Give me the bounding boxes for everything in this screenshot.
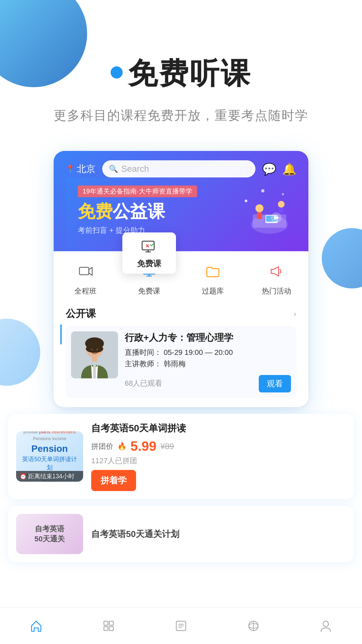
location-icon: 📍: [66, 165, 75, 173]
svg-point-44: [323, 621, 328, 627]
search-icon: 🔍: [109, 165, 118, 173]
search-placeholder: Search: [121, 164, 149, 174]
free-course-popup-label: 免费课: [132, 258, 167, 269]
nav-label-question-bank: 过题库: [202, 286, 224, 296]
course-info: 行政+人力专：管理心理学 直播时间： 05-29 19:00 — 20:00 主…: [125, 331, 291, 392]
nav-label-hot-activity: 热门活动: [262, 286, 291, 296]
svg-rect-35: [104, 627, 108, 631]
nav-icons: 全程班 免费课: [54, 251, 308, 299]
price-label: 拼团价: [91, 441, 113, 451]
nav-label-full-course: 全程班: [74, 286, 97, 296]
banner-tag: 19年通关必备指南·大牛师资直播带学: [78, 185, 197, 197]
svg-point-28: [86, 345, 103, 353]
grid-icon: [102, 619, 115, 633]
nav-item-hot-activity[interactable]: 热门活动: [245, 259, 308, 296]
svg-rect-13: [79, 267, 89, 275]
teacher-photo: [71, 331, 118, 378]
message-icon[interactable]: 💬: [262, 162, 276, 176]
price-icon: 🔥: [117, 442, 126, 451]
svg-marker-14: [89, 267, 92, 275]
hero-section: 免费听课 更多科目的课程免费开放，重要考点随时学: [0, 0, 362, 138]
svg-rect-36: [109, 627, 113, 631]
header-icons: 💬 🔔: [262, 162, 296, 176]
svg-point-6: [278, 201, 285, 208]
svg-rect-29: [92, 357, 97, 362]
price-original: ¥89: [161, 442, 174, 451]
svg-point-31: [91, 348, 93, 351]
product-preview-thumb-text: 自考英语50天通关: [32, 521, 67, 547]
bottom-spacer: [0, 562, 362, 606]
product-preview-info: 自考英语50天通关计划: [91, 528, 346, 540]
product-preview-thumb: 自考英语50天通关: [16, 514, 83, 554]
banner-highlight: 免费: [78, 202, 113, 221]
svg-point-2: [255, 204, 263, 212]
discover-icon: [247, 619, 260, 633]
svg-rect-30: [93, 365, 96, 378]
group-count: 1127人已拼团: [91, 456, 346, 466]
svg-point-32: [96, 348, 98, 351]
indicator-bar: [60, 324, 62, 344]
course-teacher: 主讲教师： 韩雨梅: [125, 359, 291, 369]
hero-subtitle: 更多科目的课程免费开放，重要考点随时学: [0, 107, 362, 124]
join-group-button[interactable]: 拼着学: [91, 470, 136, 491]
product-timer: ⏰ 距离结束134小时: [16, 471, 83, 482]
list-icon: [174, 619, 188, 633]
bottom-nav-bank[interactable]: [145, 619, 217, 633]
phone-mockup: 📍 北京 🔍 Search 💬 🔔 19年通关必备指南·大牛师资直播带学 免费公…: [54, 151, 308, 407]
course-views: 68人已观看: [125, 378, 162, 388]
product-card-2: 自考英语50天通关 自考英语50天通关计划: [8, 506, 354, 562]
svg-rect-7: [279, 208, 283, 213]
nav-item-full-course[interactable]: 全程班: [54, 259, 117, 296]
section-header: 公开课 ›: [66, 307, 296, 321]
teacher-silhouette: [71, 331, 118, 378]
svg-rect-33: [104, 621, 108, 625]
bottom-nav-discover[interactable]: [217, 619, 290, 633]
product-thumb-1: provide plans retirement Pensions income…: [16, 431, 83, 482]
video-icon: [77, 263, 94, 279]
svg-rect-34: [109, 621, 113, 625]
search-bar[interactable]: 🔍 Search: [102, 160, 255, 177]
app-header: 📍 北京 🔍 Search 💬 🔔 19年通关必备指南·大牛师资直播带学 免费公…: [54, 151, 308, 251]
bg-decoration-circle-right: [322, 228, 362, 288]
profile-icon: [319, 619, 333, 633]
svg-point-10: [261, 189, 264, 193]
folder-icon: [205, 263, 221, 279]
course-card: 行政+人力专：管理心理学 直播时间： 05-29 19:00 — 20:00 主…: [66, 326, 296, 398]
free-course-popup-icon: [132, 239, 167, 256]
bottom-nav-profile[interactable]: [290, 619, 362, 633]
product-card-1: provide plans retirement Pensions income…: [8, 414, 354, 499]
product-section: provide plans retirement Pensions income…: [8, 414, 354, 562]
megaphone-icon: [268, 263, 285, 279]
home-icon: [29, 619, 43, 633]
product-title-1: 自考英语50天单词拼读: [91, 422, 346, 435]
product-info-1: 自考英语50天单词拼读 拼团价 🔥 5.99 ¥89 1127人已拼团 拼着学: [91, 422, 346, 491]
bg-decoration-circle-left-mid: [0, 319, 40, 386]
nav-label-free-course: 免费课: [138, 286, 160, 296]
bottom-nav-home[interactable]: [0, 619, 72, 633]
svg-point-9: [282, 193, 284, 195]
svg-rect-3: [257, 212, 262, 219]
nav-item-question-bank[interactable]: 过题库: [181, 259, 245, 296]
watch-button[interactable]: 观看: [259, 375, 291, 392]
section-title: 公开课: [66, 307, 96, 321]
public-course-section: 公开课 ›: [54, 299, 308, 407]
svg-point-8: [245, 200, 247, 202]
price-current: 5.99: [130, 439, 157, 454]
hero-title: 免费听课: [128, 54, 251, 94]
bottom-navigation: [0, 607, 362, 644]
course-live-time: 直播时间： 05-29 19:00 — 20:00: [125, 347, 291, 358]
bottom-nav-courses[interactable]: [72, 619, 145, 633]
location-label: 📍 北京: [66, 163, 96, 175]
promo-banner: 19年通关必备指南·大牛师资直播带学 免费公益课 考前扫盲 + 提分助力: [66, 177, 296, 251]
bell-icon[interactable]: 🔔: [282, 162, 296, 176]
product-preview-title: 自考英语50天通关计划: [91, 528, 346, 540]
section-more-btn[interactable]: ›: [294, 309, 296, 319]
price-row: 拼团价 🔥 5.99 ¥89: [91, 439, 346, 454]
hero-dot-decoration: [111, 66, 123, 78]
course-title: 行政+人力专：管理心理学: [125, 331, 291, 344]
nav-item-free-course[interactable]: 免费课 免费课: [117, 259, 181, 296]
banner-illustration: [229, 184, 290, 238]
